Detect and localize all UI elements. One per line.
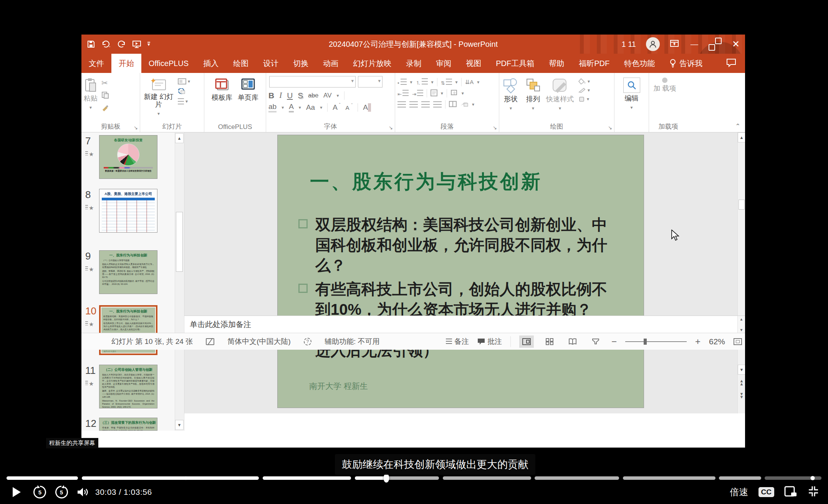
ribbon-tab-插入[interactable]: 插入 bbox=[196, 54, 226, 73]
comment-icon[interactable] bbox=[726, 58, 737, 69]
reading-view-button[interactable] bbox=[565, 335, 580, 348]
ribbon-display-options-icon[interactable] bbox=[670, 39, 679, 49]
scroll-up-icon[interactable]: ▲ bbox=[738, 132, 745, 142]
slide-layout-icon[interactable]: ▾ bbox=[178, 78, 190, 84]
customize-qat-icon[interactable]: ▾ bbox=[147, 42, 150, 46]
justify-icon[interactable] bbox=[433, 101, 442, 107]
quick-styles-button[interactable]: 快速样式▾ bbox=[546, 75, 574, 112]
account-avatar[interactable] bbox=[646, 37, 660, 51]
ribbon-tab-file[interactable]: 文件 bbox=[81, 54, 111, 73]
subtitles-toggle-button[interactable]: CC bbox=[758, 487, 774, 497]
ribbon-tab-告诉我[interactable]: 告诉我 bbox=[662, 54, 710, 73]
align-left-icon[interactable] bbox=[397, 101, 406, 107]
close-button[interactable]: ✕ bbox=[730, 39, 741, 50]
arrange-button[interactable]: 排列▾ bbox=[525, 75, 542, 112]
video-progress-bar[interactable] bbox=[7, 476, 821, 480]
clipboard-dialog-launcher[interactable]: ↘ bbox=[134, 125, 138, 131]
ribbon-tab-视图[interactable]: 视图 bbox=[459, 54, 489, 73]
ribbon-tab-福昕PDF[interactable]: 福昕PDF bbox=[571, 54, 617, 73]
bullets-icon[interactable]: • bbox=[397, 79, 407, 86]
ribbon-tab-审阅[interactable]: 审阅 bbox=[429, 54, 459, 73]
play-button[interactable] bbox=[12, 486, 22, 498]
drawing-dialog-launcher[interactable]: ↘ bbox=[608, 125, 612, 131]
addins-button[interactable]: 加 载项 bbox=[651, 75, 678, 92]
ribbon-tab-PDF工具箱[interactable]: PDF工具箱 bbox=[489, 54, 542, 73]
template-library-button[interactable]: 模板库 bbox=[212, 75, 232, 101]
scroll-thumb[interactable] bbox=[739, 200, 745, 210]
thumbnail-scrollbar[interactable]: ▲ ▼ bbox=[175, 132, 184, 431]
progress-handle[interactable] bbox=[383, 474, 389, 483]
current-slide[interactable]: 一、股东行为与科技创新 双层股权结构：美国科技公司创新创业、中国科创板和创业板，… bbox=[278, 135, 644, 408]
progress-chapter-segment[interactable] bbox=[443, 476, 531, 480]
slide-thumbnail-12[interactable]: （三）混改背景下的股东行为与创新 李春涛、宋敏. 中国制造业企业的创新活动：所有… bbox=[99, 418, 157, 431]
minimize-button[interactable]: — bbox=[689, 40, 700, 49]
rewind-5s-button[interactable]: 5 bbox=[33, 485, 47, 499]
progress-chapter-segment[interactable] bbox=[355, 476, 439, 480]
next-slide-button[interactable]: ▼▼ bbox=[738, 390, 745, 400]
shape-outline-icon[interactable]: ▾ bbox=[578, 88, 590, 93]
redo-icon[interactable] bbox=[118, 40, 126, 48]
slide-thumbnail-9[interactable]: 一、股东行为与科技创新 （一）公司创始人管理与创新 创始人控制的企业实际控制人更… bbox=[99, 250, 157, 294]
ribbon-tab-OfficePLUS[interactable]: OfficePLUS bbox=[141, 54, 196, 73]
arrange-objects-icon[interactable] bbox=[460, 101, 469, 108]
highlight-button[interactable]: ab bbox=[268, 102, 277, 112]
change-case-button[interactable]: Aa bbox=[306, 103, 315, 112]
copy-icon[interactable] bbox=[101, 91, 109, 101]
progress-chapter-segment[interactable] bbox=[623, 476, 715, 480]
font-size-select[interactable] bbox=[358, 76, 383, 88]
format-painter-icon[interactable] bbox=[101, 104, 109, 113]
main-scrollbar[interactable]: ▲ ▼ ▲▲ ▼▼ bbox=[737, 132, 745, 413]
shrink-font-button[interactable]: A bbox=[346, 104, 349, 111]
spell-check-icon[interactable] bbox=[206, 338, 214, 345]
underline-button[interactable]: U bbox=[287, 91, 293, 100]
language-status[interactable]: 简体中文(中国大陆) bbox=[227, 337, 291, 347]
decrease-indent-icon[interactable]: ⇤ bbox=[397, 90, 409, 97]
clear-formatting-button[interactable]: A bbox=[363, 103, 371, 112]
ribbon-tab-设计[interactable]: 设计 bbox=[256, 54, 286, 73]
thumb-scroll-thumb[interactable] bbox=[176, 212, 183, 272]
shapes-button[interactable]: 形状▾ bbox=[502, 75, 520, 112]
ribbon-tab-幻灯片放映[interactable]: 幻灯片放映 bbox=[346, 54, 399, 73]
ribbon-tab-切换[interactable]: 切换 bbox=[286, 54, 316, 73]
forward-5s-button[interactable]: 5 bbox=[55, 485, 68, 499]
numbering-icon[interactable]: ⒈ bbox=[416, 78, 428, 86]
font-color-button[interactable]: A bbox=[289, 102, 294, 112]
accessibility-status[interactable]: 辅助功能: 不可用 bbox=[325, 337, 380, 347]
fit-slide-to-window-icon[interactable] bbox=[734, 338, 742, 345]
save-icon[interactable] bbox=[87, 40, 95, 48]
progress-chapter-segment[interactable] bbox=[263, 476, 351, 480]
picture-in-picture-icon[interactable] bbox=[784, 486, 797, 499]
playback-speed-button[interactable]: 倍速 bbox=[730, 486, 749, 498]
comments-toggle[interactable]: 批注 bbox=[477, 337, 502, 347]
progress-highlight-dot[interactable] bbox=[810, 476, 815, 480]
zoom-slider[interactable] bbox=[625, 341, 687, 342]
notes-placeholder[interactable]: 单击此处添加备注 bbox=[190, 319, 251, 330]
zoom-out-button[interactable]: − bbox=[611, 336, 617, 347]
progress-chapter-segment[interactable] bbox=[719, 476, 761, 480]
slide-thumbnail-8[interactable]: A股、美股、港股主要上市公司 bbox=[99, 189, 157, 233]
convert-smartart-icon[interactable] bbox=[450, 89, 458, 97]
start-slideshow-icon[interactable] bbox=[132, 40, 141, 48]
progress-chapter-segment[interactable] bbox=[82, 476, 259, 480]
slide-thumbnail-11[interactable]: （二）公司非创始人管理与创新 创始人不再担任CEO，改由非创始人管理，出现的第一… bbox=[99, 365, 157, 408]
progress-chapter-segment[interactable] bbox=[535, 476, 619, 480]
progress-chapter-segment[interactable] bbox=[7, 476, 78, 480]
ribbon-tab-绘图[interactable]: 绘图 bbox=[226, 54, 256, 73]
shape-fill-icon[interactable]: ▾ bbox=[578, 78, 590, 84]
font-dialog-launcher[interactable]: ↘ bbox=[389, 125, 393, 131]
thumb-scroll-up-icon[interactable]: ▲ bbox=[175, 133, 184, 143]
collapse-ribbon-icon[interactable]: ⌃ bbox=[735, 122, 740, 130]
increase-indent-icon[interactable]: ⇥ bbox=[412, 90, 423, 97]
previous-slide-button[interactable]: ▲▲ bbox=[738, 377, 745, 387]
italic-button[interactable]: I bbox=[279, 91, 282, 100]
ribbon-tab-帮助[interactable]: 帮助 bbox=[542, 54, 571, 73]
normal-view-button[interactable] bbox=[519, 335, 534, 348]
edit-button[interactable]: 编辑▾ bbox=[617, 75, 646, 111]
strikethrough-button[interactable]: abe bbox=[308, 92, 318, 99]
volume-button[interactable] bbox=[77, 487, 88, 497]
reset-slide-icon[interactable] bbox=[178, 88, 190, 94]
align-right-icon[interactable] bbox=[421, 101, 430, 107]
shape-effects-icon[interactable]: ▾ bbox=[578, 96, 590, 102]
notes-scrollbar[interactable]: ▲▼ bbox=[737, 316, 745, 333]
paragraph-dialog-launcher[interactable]: ↘ bbox=[493, 125, 497, 131]
